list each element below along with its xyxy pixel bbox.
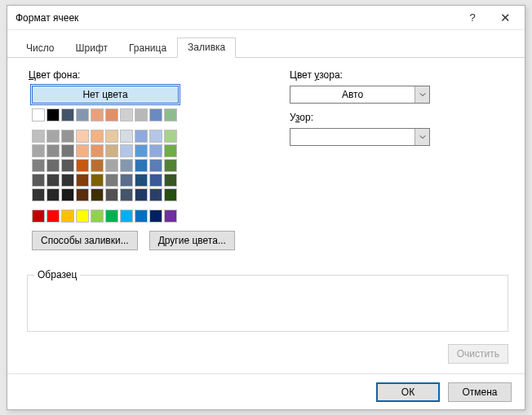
color-swatch[interactable]	[164, 210, 177, 223]
color-swatch[interactable]	[91, 210, 104, 223]
format-cells-dialog: Формат ячеек ? ✕ Число Шрифт Граница Зал…	[7, 5, 525, 410]
color-swatch[interactable]	[120, 108, 133, 121]
color-swatch[interactable]	[76, 159, 89, 172]
color-swatch[interactable]	[91, 188, 104, 201]
fill-effects-button[interactable]: Способы заливки...	[32, 231, 138, 250]
color-swatch[interactable]	[149, 210, 162, 223]
color-swatch[interactable]	[105, 188, 118, 201]
color-swatch[interactable]	[164, 188, 177, 201]
color-swatch[interactable]	[164, 159, 177, 172]
no-color-button[interactable]: Нет цвета	[32, 86, 179, 104]
color-swatch[interactable]	[105, 159, 118, 172]
chevron-down-icon	[415, 129, 429, 145]
color-swatch[interactable]	[32, 174, 45, 187]
color-swatch[interactable]	[76, 108, 89, 121]
color-swatch[interactable]	[61, 144, 74, 157]
dialog-title: Формат ячеек	[16, 12, 456, 24]
color-swatch[interactable]	[61, 159, 74, 172]
color-swatch[interactable]	[149, 174, 162, 187]
color-swatch[interactable]	[47, 108, 60, 121]
tab-fill[interactable]: Заливка	[177, 38, 236, 58]
color-swatch[interactable]	[32, 144, 45, 157]
sample-label: Образец	[34, 269, 80, 280]
color-swatch[interactable]	[47, 159, 60, 172]
color-swatch[interactable]	[32, 108, 45, 121]
color-swatch[interactable]	[32, 159, 45, 172]
color-swatch[interactable]	[164, 108, 177, 121]
color-swatch[interactable]	[76, 144, 89, 157]
color-swatch[interactable]	[91, 174, 104, 187]
color-swatch[interactable]	[135, 174, 148, 187]
color-swatch[interactable]	[91, 130, 104, 143]
color-swatch[interactable]	[91, 159, 104, 172]
color-swatch[interactable]	[149, 130, 162, 143]
left-column: Цвет фона: Нет цвета Способы заливки... …	[29, 66, 265, 250]
color-swatch[interactable]	[164, 130, 177, 143]
color-swatch[interactable]	[47, 130, 60, 143]
tab-content: Цвет фона: Нет цвета Способы заливки... …	[7, 58, 525, 250]
tab-number[interactable]: Число	[16, 38, 65, 58]
color-swatch[interactable]	[61, 210, 74, 223]
color-swatch[interactable]	[91, 144, 104, 157]
color-swatch[interactable]	[61, 188, 74, 201]
color-swatch[interactable]	[47, 174, 60, 187]
color-swatch[interactable]	[76, 188, 89, 201]
pattern-color-combo[interactable]: Авто	[290, 86, 430, 104]
cancel-button[interactable]: Отмена	[448, 382, 512, 402]
color-swatch[interactable]	[61, 130, 74, 143]
color-palette	[32, 108, 265, 223]
tab-border[interactable]: Граница	[118, 38, 177, 58]
titlebar: Формат ячеек ? ✕	[7, 6, 525, 30]
color-swatch[interactable]	[61, 174, 74, 187]
color-swatch[interactable]	[105, 210, 118, 223]
pattern-combo[interactable]	[290, 128, 430, 146]
color-swatch[interactable]	[135, 210, 148, 223]
color-swatch[interactable]	[149, 108, 162, 121]
color-swatch[interactable]	[164, 144, 177, 157]
color-swatch[interactable]	[120, 174, 133, 187]
color-swatch[interactable]	[149, 188, 162, 201]
right-column: Цвет узора: Авто Узор:	[290, 66, 510, 250]
color-swatch[interactable]	[47, 144, 60, 157]
color-swatch[interactable]	[32, 130, 45, 143]
color-swatch[interactable]	[135, 159, 148, 172]
color-swatch[interactable]	[120, 130, 133, 143]
color-swatch[interactable]	[76, 210, 89, 223]
close-button[interactable]: ✕	[489, 7, 521, 29]
color-swatch[interactable]	[91, 108, 104, 121]
color-swatch[interactable]	[47, 210, 60, 223]
help-button[interactable]: ?	[456, 7, 489, 29]
color-swatch[interactable]	[149, 159, 162, 172]
bg-color-label: Цвет фона:	[29, 69, 265, 81]
dialog-footer: ОК Отмена	[7, 373, 525, 409]
color-swatch[interactable]	[120, 210, 133, 223]
tab-font[interactable]: Шрифт	[65, 38, 118, 58]
color-swatch[interactable]	[135, 130, 148, 143]
color-swatch[interactable]	[61, 108, 74, 121]
color-swatch[interactable]	[164, 174, 177, 187]
tabstrip: Число Шрифт Граница Заливка	[7, 30, 525, 58]
color-swatch[interactable]	[47, 188, 60, 201]
chevron-down-icon	[415, 86, 429, 103]
color-swatch[interactable]	[105, 174, 118, 187]
color-swatch[interactable]	[135, 108, 148, 121]
color-swatch[interactable]	[76, 174, 89, 187]
color-swatch[interactable]	[135, 144, 148, 157]
color-swatch[interactable]	[120, 144, 133, 157]
more-colors-button[interactable]: Другие цвета...	[149, 231, 235, 250]
color-swatch[interactable]	[32, 188, 45, 201]
ok-button[interactable]: ОК	[376, 382, 440, 402]
sample-groupbox: Образец	[27, 275, 508, 332]
color-swatch[interactable]	[105, 108, 118, 121]
pattern-color-label: Цвет узора:	[290, 69, 510, 81]
color-swatch[interactable]	[120, 159, 133, 172]
pattern-label: Узор:	[290, 112, 510, 123]
color-swatch[interactable]	[105, 130, 118, 143]
color-swatch[interactable]	[105, 144, 118, 157]
color-swatch[interactable]	[149, 144, 162, 157]
color-swatch[interactable]	[120, 188, 133, 201]
fill-buttons-row: Способы заливки... Другие цвета...	[32, 231, 265, 250]
color-swatch[interactable]	[32, 210, 45, 223]
color-swatch[interactable]	[76, 130, 89, 143]
color-swatch[interactable]	[135, 188, 148, 201]
